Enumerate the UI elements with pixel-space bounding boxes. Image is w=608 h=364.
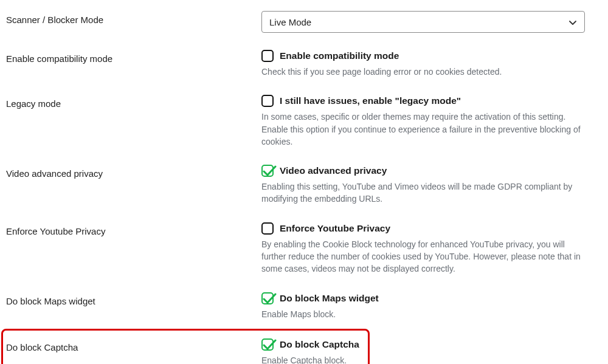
check-label-block-maps: Do block Maps widget bbox=[280, 293, 379, 304]
scanner-mode-select-wrap: Live Mode bbox=[261, 11, 585, 33]
check-label-yt-privacy: Enforce Youtube Privacy bbox=[280, 223, 390, 234]
row-block-captcha: Do block Captcha Do block Captcha Enable… bbox=[6, 330, 602, 364]
check-icon bbox=[262, 338, 277, 352]
row-legacy-mode: Legacy mode I still have issues, enable … bbox=[6, 95, 602, 148]
check-label-legacy-mode: I still have issues, enable "legacy mode… bbox=[280, 95, 461, 106]
check-icon bbox=[262, 292, 277, 306]
checkbox-yt-privacy[interactable] bbox=[261, 222, 274, 235]
checkbox-block-captcha[interactable] bbox=[261, 338, 274, 351]
check-label-compat-mode: Enable compatibility mode bbox=[280, 50, 399, 61]
label-scanner-mode: Scanner / Blocker Mode bbox=[6, 11, 261, 25]
desc-yt-privacy: By enabling the Cookie Block technology … bbox=[261, 238, 585, 275]
label-compat-mode: Enable compatibility mode bbox=[6, 50, 261, 64]
row-scanner-mode: Scanner / Blocker Mode Live Mode bbox=[6, 11, 602, 33]
checkbox-compat-mode[interactable] bbox=[261, 50, 274, 62]
check-icon bbox=[262, 164, 277, 179]
label-block-captcha: Do block Captcha bbox=[6, 338, 261, 352]
check-label-video-privacy: Video advanced privacy bbox=[280, 165, 387, 176]
privacy-settings-form: Scanner / Blocker Mode Live Mode Enable … bbox=[0, 0, 608, 364]
desc-block-captcha: Enable Captcha block. bbox=[261, 354, 585, 364]
desc-video-privacy: Enabling this setting, YouTube and Vimeo… bbox=[261, 180, 585, 205]
label-legacy-mode: Legacy mode bbox=[6, 95, 261, 109]
label-block-maps: Do block Maps widget bbox=[6, 292, 261, 306]
scanner-mode-select[interactable]: Live Mode bbox=[261, 11, 585, 33]
check-label-block-captcha: Do block Captcha bbox=[280, 339, 359, 350]
desc-block-maps: Enable Maps block. bbox=[261, 308, 585, 320]
checkbox-video-privacy[interactable] bbox=[261, 165, 274, 177]
label-yt-privacy: Enforce Youtube Privacy bbox=[6, 222, 261, 236]
row-video-privacy: Video advanced privacy Video advanced pr… bbox=[6, 165, 602, 205]
row-block-maps: Do block Maps widget Do block Maps widge… bbox=[6, 292, 602, 320]
checkbox-block-maps[interactable] bbox=[261, 292, 274, 304]
row-yt-privacy: Enforce Youtube Privacy Enforce Youtube … bbox=[6, 222, 602, 275]
checkbox-legacy-mode[interactable] bbox=[261, 95, 274, 107]
row-compat-mode: Enable compatibility mode Enable compati… bbox=[6, 50, 602, 78]
desc-legacy-mode: In some cases, specific or older themes … bbox=[261, 111, 585, 148]
label-video-privacy: Video advanced privacy bbox=[6, 165, 261, 179]
desc-compat-mode: Check this if you see page loading error… bbox=[261, 66, 585, 78]
